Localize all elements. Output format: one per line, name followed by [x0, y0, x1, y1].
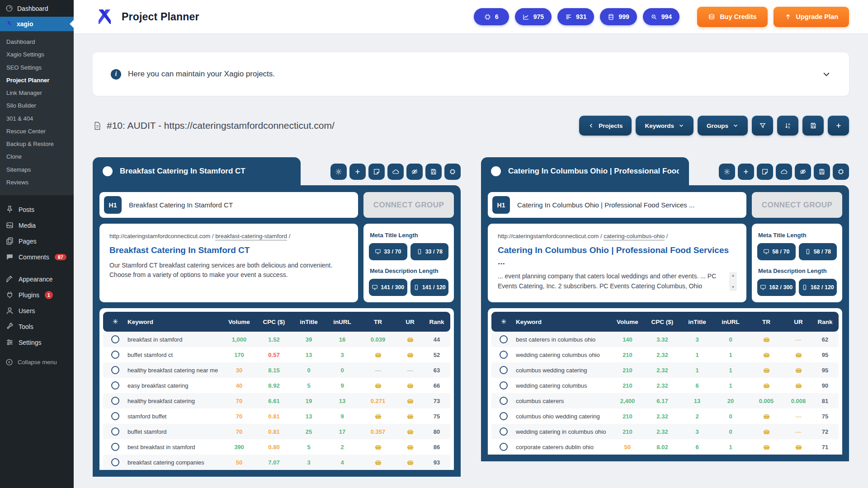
upgrade-plan-button[interactable]: Upgrade Plan — [774, 7, 849, 27]
submenu-dashboard[interactable]: Dashboard — [0, 36, 74, 48]
cpc-cell: 0.57 — [256, 352, 292, 358]
group-select-radio[interactable] — [491, 166, 501, 176]
row-select-radio[interactable] — [103, 381, 127, 389]
row-select-radio[interactable] — [491, 366, 516, 374]
keyword-table-body: breakfast in stamford1,0001.5239160.0394… — [103, 332, 450, 470]
submenu-xagio-settings[interactable]: Xagio Settings — [0, 48, 74, 61]
group-hide-button[interactable] — [795, 164, 811, 180]
sidebar-item-pages[interactable]: Pages — [0, 233, 74, 249]
scroll-up-arrow[interactable]: ▲ — [731, 274, 735, 277]
row-select-radio[interactable] — [491, 397, 516, 405]
submenu-project-planner[interactable]: Project Planner — [0, 74, 74, 87]
sidebar-item-appearance[interactable]: Appearance — [0, 271, 74, 287]
cpc-cell: 0.81 — [256, 413, 292, 420]
credit-badge-data[interactable]: 999 — [600, 8, 637, 25]
rank-cell: 75 — [423, 413, 450, 420]
row-select-radio[interactable] — [103, 443, 127, 451]
sidebar-item-tools[interactable]: Tools — [0, 319, 74, 334]
serp-title-link[interactable]: Catering In Columbus Ohio | Professional… — [498, 245, 736, 267]
sidebar-item-plugins[interactable]: Plugins 1 — [0, 287, 74, 303]
row-select-radio[interactable] — [103, 335, 127, 343]
keyword-cell: best caterers in columbus ohio — [516, 336, 611, 343]
row-select-radio[interactable] — [491, 381, 516, 389]
row-select-radio[interactable] — [103, 366, 127, 374]
sidebar-item-posts[interactable]: Posts — [0, 202, 74, 217]
group-hide-button[interactable] — [406, 164, 423, 180]
credit-badge-audit[interactable]: 994 — [643, 8, 679, 25]
gold-bar-icon — [763, 352, 770, 358]
group-settings-button[interactable] — [719, 164, 735, 180]
add-group-button[interactable] — [828, 116, 849, 136]
group-tab[interactable]: Catering In Columbus Ohio | Professional… — [481, 157, 689, 185]
submenu-silo-builder[interactable]: Silo Builder — [0, 99, 74, 112]
row-select-radio[interactable] — [103, 351, 127, 359]
group-cloud-button[interactable] — [387, 164, 404, 180]
sidebar-item-dashboard[interactable]: Dashboard — [0, 0, 74, 17]
description-scrollbar[interactable]: ▲ ▼ — [730, 272, 736, 290]
group-note-button[interactable] — [757, 164, 773, 180]
group-note-button[interactable] — [368, 164, 385, 180]
keyword-row: best breakfast in stamford3900.805286 — [103, 439, 450, 455]
group-add-button[interactable] — [738, 164, 754, 180]
row-select-radio[interactable] — [103, 397, 127, 405]
sidebar-item-comments[interactable]: Comments 87 — [0, 249, 74, 265]
serp-title-link[interactable]: Breakfast Catering In Stamford CT — [109, 245, 348, 256]
row-select-radio[interactable] — [491, 351, 516, 359]
row-select-radio[interactable] — [103, 427, 127, 436]
group-card-body: H1 CONNECT GROUP http://cateringstamford… — [481, 185, 849, 461]
credit-badge-content[interactable]: 931 — [557, 8, 594, 25]
sort-button[interactable]: AZ — [777, 116, 798, 136]
row-select-radio[interactable] — [491, 335, 516, 343]
banner-collapse-chevron[interactable] — [822, 70, 831, 79]
projects-back-button[interactable]: Projects — [579, 116, 632, 136]
group-ai-button[interactable] — [833, 164, 849, 180]
connect-group-button[interactable]: CONNECT GROUP — [752, 192, 842, 218]
groups-dropdown-button[interactable]: Groups — [698, 116, 748, 136]
collapse-menu-button[interactable]: Collapse menu — [0, 354, 74, 371]
sidebar-item-users[interactable]: Users — [0, 303, 74, 319]
submenu-rescue-center[interactable]: Rescue Center — [0, 125, 74, 138]
connect-group-button[interactable]: CONNECT GROUP — [363, 192, 454, 218]
buy-credits-button[interactable]: Buy Credits — [697, 7, 767, 27]
intitle-cell: 6 — [680, 444, 714, 450]
select-all-icon[interactable] — [103, 318, 127, 326]
keyword-row: stamford buffet700.8113975 — [103, 408, 450, 424]
sidebar-item-settings[interactable]: Settings — [0, 334, 74, 350]
row-select-radio[interactable] — [491, 427, 516, 436]
submenu-301-404[interactable]: 301 & 404 — [0, 113, 74, 125]
group-ai-button[interactable] — [444, 164, 461, 180]
group-cloud-button[interactable] — [776, 164, 792, 180]
group-select-radio[interactable] — [103, 166, 113, 176]
submenu-backup-restore[interactable]: Backup & Restore — [0, 138, 74, 150]
ur-cell — [397, 398, 423, 404]
submenu-seo-settings[interactable]: SEO Settings — [0, 61, 74, 74]
gold-bar-icon — [406, 352, 414, 358]
group-add-button[interactable] — [349, 164, 366, 180]
keywords-dropdown-button[interactable]: Keywords — [636, 116, 693, 136]
floppy-icon — [810, 122, 817, 129]
group-tab[interactable]: Breakfast Catering In Stamford CT — [93, 157, 301, 185]
submenu-link-manager[interactable]: Link Manager — [0, 87, 74, 99]
row-select-radio[interactable] — [491, 412, 516, 420]
credit-badge-ai[interactable]: 6 — [474, 8, 509, 25]
filter-button[interactable] — [752, 116, 773, 136]
meta-length-panel: Meta Title Length 33 / 70 33 / 78 — [363, 224, 454, 302]
sidebar-item-xagio[interactable]: xagio — [0, 17, 74, 31]
row-select-radio[interactable] — [103, 458, 127, 466]
group-save-button[interactable] — [425, 164, 442, 180]
group-settings-button[interactable] — [330, 164, 347, 180]
h1-text-input[interactable] — [517, 201, 742, 209]
submenu-clone[interactable]: Clone — [0, 150, 74, 163]
submenu-reviews[interactable]: Reviews — [0, 176, 74, 189]
h1-text-input[interactable] — [129, 201, 354, 209]
row-select-radio[interactable] — [491, 443, 516, 451]
submenu-sitemaps[interactable]: Sitemaps — [0, 164, 74, 176]
row-select-radio[interactable] — [103, 412, 127, 420]
sidebar-item-media[interactable]: Media — [0, 217, 74, 233]
scroll-down-arrow[interactable]: ▼ — [731, 286, 735, 289]
save-button[interactable] — [802, 116, 824, 136]
floppy-icon — [818, 168, 826, 175]
group-save-button[interactable] — [814, 164, 830, 180]
select-all-icon[interactable] — [491, 318, 516, 326]
credit-badge-rank[interactable]: 975 — [515, 8, 552, 25]
